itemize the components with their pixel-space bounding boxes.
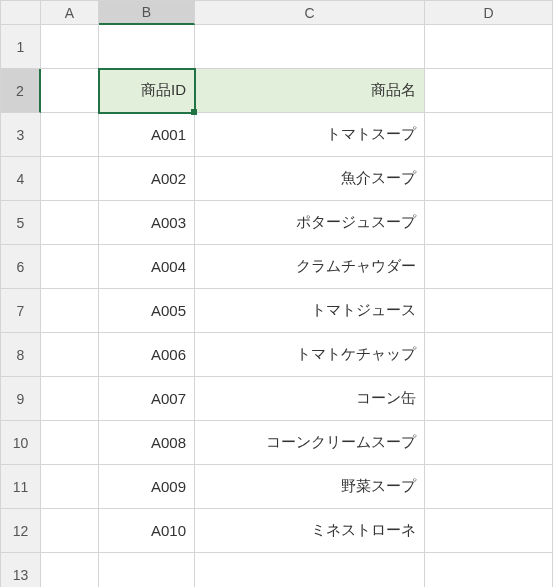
cell-D8[interactable] [425,333,553,377]
cell-B3[interactable]: A001 [99,113,195,157]
cell-D5[interactable] [425,201,553,245]
row-header-6[interactable]: 6 [1,245,41,289]
select-all-corner[interactable] [1,1,41,25]
cell-D9[interactable] [425,377,553,421]
cell-A3[interactable] [41,113,99,157]
cell-A2[interactable] [41,69,99,113]
cell-D7[interactable] [425,289,553,333]
cell-D3[interactable] [425,113,553,157]
cell-D1[interactable] [425,25,553,69]
cell-D12[interactable] [425,509,553,553]
cell-A4[interactable] [41,157,99,201]
row-header-3[interactable]: 3 [1,113,41,157]
cell-A6[interactable] [41,245,99,289]
cell-C1[interactable] [195,25,425,69]
row-header-1[interactable]: 1 [1,25,41,69]
cell-D6[interactable] [425,245,553,289]
cell-C9[interactable]: コーン缶 [195,377,425,421]
row-header-2[interactable]: 2 [1,69,41,113]
cell-B10[interactable]: A008 [99,421,195,465]
col-header-C[interactable]: C [195,1,425,25]
cell-C2[interactable]: 商品名 [195,69,425,113]
cell-C6[interactable]: クラムチャウダー [195,245,425,289]
cell-C13[interactable] [195,553,425,587]
cell-A1[interactable] [41,25,99,69]
cell-C3[interactable]: トマトスープ [195,113,425,157]
cell-C10[interactable]: コーンクリームスープ [195,421,425,465]
cell-C5[interactable]: ポタージュスープ [195,201,425,245]
cell-B1[interactable] [99,25,195,69]
cell-A8[interactable] [41,333,99,377]
cell-A12[interactable] [41,509,99,553]
cell-A11[interactable] [41,465,99,509]
cell-C8[interactable]: トマトケチャップ [195,333,425,377]
cell-C7[interactable]: トマトジュース [195,289,425,333]
cell-A10[interactable] [41,421,99,465]
cell-A5[interactable] [41,201,99,245]
row-header-4[interactable]: 4 [1,157,41,201]
cell-D13[interactable] [425,553,553,587]
cell-A7[interactable] [41,289,99,333]
row-header-13[interactable]: 13 [1,553,41,587]
cell-B4[interactable]: A002 [99,157,195,201]
row-header-8[interactable]: 8 [1,333,41,377]
row-header-12[interactable]: 12 [1,509,41,553]
row-header-10[interactable]: 10 [1,421,41,465]
spreadsheet-grid[interactable]: A B C D 1 2 商品ID 商品名 3 A001 トマトスープ 4 A00… [0,0,553,587]
row-header-9[interactable]: 9 [1,377,41,421]
col-header-A[interactable]: A [41,1,99,25]
cell-A13[interactable] [41,553,99,587]
cell-B9[interactable]: A007 [99,377,195,421]
cell-B5[interactable]: A003 [99,201,195,245]
cell-B13[interactable] [99,553,195,587]
row-header-11[interactable]: 11 [1,465,41,509]
cell-D4[interactable] [425,157,553,201]
cell-C11[interactable]: 野菜スープ [195,465,425,509]
cell-B2[interactable]: 商品ID [99,69,195,113]
row-header-7[interactable]: 7 [1,289,41,333]
cell-D2[interactable] [425,69,553,113]
col-header-D[interactable]: D [425,1,553,25]
row-header-5[interactable]: 5 [1,201,41,245]
cell-D10[interactable] [425,421,553,465]
cell-B8[interactable]: A006 [99,333,195,377]
cell-B11[interactable]: A009 [99,465,195,509]
cell-C4[interactable]: 魚介スープ [195,157,425,201]
cell-B6[interactable]: A004 [99,245,195,289]
cell-D11[interactable] [425,465,553,509]
col-header-B[interactable]: B [99,1,195,25]
cell-B7[interactable]: A005 [99,289,195,333]
cell-C12[interactable]: ミネストローネ [195,509,425,553]
cell-A9[interactable] [41,377,99,421]
cell-B12[interactable]: A010 [99,509,195,553]
